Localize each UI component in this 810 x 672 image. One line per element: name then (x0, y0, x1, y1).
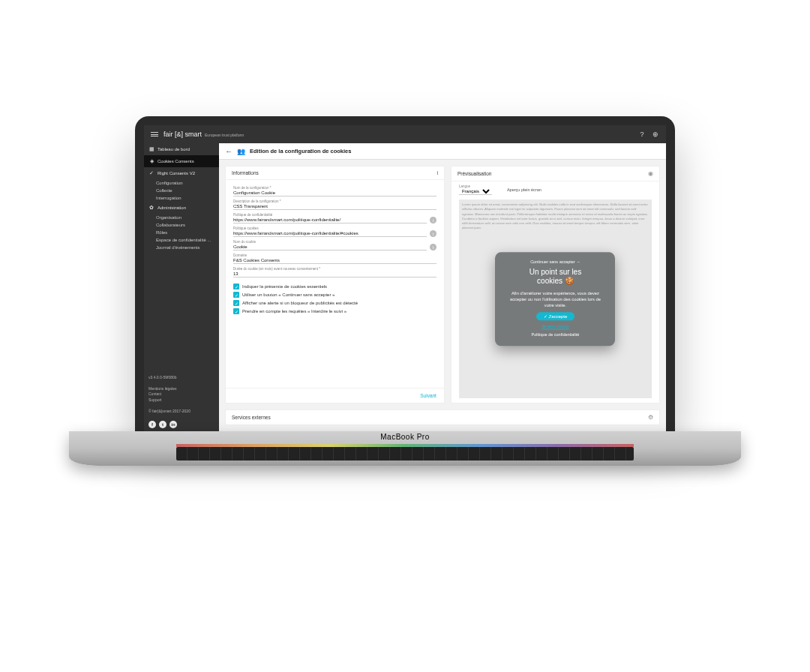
shield-icon: ◈ (148, 158, 154, 164)
sidebar-footer: v3.4.0.0-59f080b Mentions légales Contac… (144, 371, 219, 418)
cookie-icon: 🍪 (565, 277, 574, 285)
checkbox-icon: ✓ (233, 308, 239, 314)
cookie-modal-desc: Afin d'améliorer votre expérience, vous … (504, 290, 606, 308)
checkbox-icon: ✓ (233, 284, 239, 290)
cookie-policy-input[interactable] (233, 230, 427, 237)
check-essential[interactable]: ✓Indiquer la présence de cookies essenti… (233, 284, 436, 290)
language-select[interactable]: Français (459, 188, 492, 195)
domain-input[interactable] (233, 257, 436, 264)
people-icon: 👥 (237, 148, 245, 155)
page-header: ← 👥 Edition de la configuration de cooki… (219, 143, 666, 160)
info-icon[interactable]: i (430, 230, 436, 237)
page-title: Edition de la configuration de cookies (250, 148, 351, 154)
laptop-frame: fair [&] smart European trust platform ?… (135, 116, 675, 431)
gear-icon: ✿ (148, 205, 154, 211)
screen: fair [&] smart European trust platform ?… (144, 125, 666, 431)
field-duration: Durée du cookie (en mois) avant nouveau … (233, 267, 436, 278)
cookie-modal: Continuer sans accepter → Un point sur l… (495, 252, 615, 346)
sidebar-item-label: Cookies Consents (158, 159, 194, 164)
social-icons: f t in (144, 418, 219, 431)
sidebar-sub-collecte[interactable]: Collecte (144, 187, 219, 194)
main: ← 👥 Edition de la configuration de cooki… (219, 143, 666, 431)
sidebar-sub-journal[interactable]: Journal d'événements (144, 244, 219, 251)
check-adblock-alert[interactable]: ✓Afficher une alerte si un bloqueur de p… (233, 300, 436, 306)
info-icon[interactable]: i (430, 244, 436, 250)
cookie-name-input[interactable] (233, 244, 427, 250)
checkbox-icon: ✓ (233, 300, 239, 306)
sidebar-item-label: Administration (158, 206, 186, 210)
check-icon: ✓ (148, 170, 154, 176)
gear-icon[interactable]: ⚙ (648, 414, 653, 421)
checkbox-icon: ✓ (233, 292, 239, 298)
linkedin-icon[interactable]: in (170, 421, 177, 428)
language-select-wrap: Langue Français (459, 184, 492, 195)
sidebar: ▦ Tableau de bord ◈ Cookies Consents ✓ R… (144, 143, 219, 431)
sidebar-sub-confidentialite[interactable]: Espace de confidentialité ... (144, 236, 219, 244)
privacy-policy-input[interactable] (233, 217, 427, 224)
config-name-input[interactable] (233, 190, 436, 196)
field-config-name: Nom de la configuration * (233, 186, 436, 196)
help-icon[interactable]: ? (638, 130, 646, 139)
sidebar-item-label: Tableau de bord (158, 147, 190, 152)
info-icon[interactable]: i (430, 217, 436, 224)
next-button[interactable]: Suivant (420, 393, 436, 398)
version-label: v3.4.0.0-59f080b (148, 375, 214, 381)
brand-subtitle: European trust platform (205, 133, 244, 137)
accept-button[interactable]: ✓ J'accepte (536, 312, 575, 320)
footer-link-legal[interactable]: Mentions légales (148, 386, 214, 392)
field-domain: Domaine (233, 254, 436, 264)
sidebar-sub-roles[interactable]: Rôles (144, 229, 219, 236)
eye-icon[interactable]: ◉ (648, 170, 653, 177)
checkbox-group: ✓Indiquer la présence de cookies essenti… (233, 284, 436, 314)
footer-link-contact[interactable]: Contact (148, 392, 214, 398)
footer-link-support[interactable]: Support (148, 398, 214, 404)
topbar: fair [&] smart European trust platform ?… (144, 125, 666, 143)
preview-stage: Lorem ipsum dolor sit amet, consectetur … (459, 200, 652, 398)
sidebar-sub-configuration[interactable]: Configuration (144, 179, 219, 187)
field-cookie-name: Nom du cookie i (233, 240, 436, 250)
sidebar-sub-organisation[interactable]: Organisation (144, 214, 219, 221)
sidebar-item-label: Right Consents V2 (158, 171, 195, 176)
sidebar-sub-interrogation[interactable]: Interrogation (144, 194, 219, 202)
preview-panel: Prévisualisation ◉ Langue Français (451, 166, 660, 404)
device-label: MacBook Pro (380, 433, 430, 441)
sidebar-sub-collaborateurs[interactable]: Collaborateurs (144, 221, 219, 229)
back-icon[interactable]: ← (225, 147, 232, 155)
duration-input[interactable] (233, 271, 436, 278)
sidebar-item-administration[interactable]: ✿ Administration (144, 202, 219, 214)
field-cookie-policy: Politique cookies i (233, 226, 436, 237)
check-dnt[interactable]: ✓Prendre en compte les requêtes « Interd… (233, 308, 436, 314)
customize-link[interactable]: Je veux choisir (504, 324, 606, 328)
config-desc-input[interactable] (233, 203, 436, 210)
panel-title: Services externes (232, 415, 271, 420)
facebook-icon[interactable]: f (148, 421, 156, 428)
app-body: ▦ Tableau de bord ◈ Cookies Consents ✓ R… (144, 143, 666, 431)
sidebar-item-dashboard[interactable]: ▦ Tableau de bord (144, 143, 219, 155)
dashboard-icon: ▦ (148, 146, 154, 152)
fullscreen-link[interactable]: Aperçu plein écran (507, 188, 542, 192)
twitter-icon[interactable]: t (159, 421, 166, 428)
sidebar-item-cookies[interactable]: ◈ Cookies Consents (144, 155, 219, 167)
brand: fair [&] smart European trust platform (164, 130, 244, 138)
policy-link[interactable]: Politique de confidentialité (504, 332, 606, 337)
info-icon[interactable]: i (436, 170, 437, 176)
menu-icon[interactable] (150, 130, 159, 139)
globe-icon[interactable]: ⊕ (651, 130, 660, 139)
keyboard (176, 447, 634, 460)
field-config-desc: Description de la configuration * (233, 200, 436, 210)
field-privacy-policy: Politique de confidentialité i (233, 213, 436, 224)
informations-panel: Informations i Nom de la configuration *… (225, 166, 445, 404)
panel-title: Informations (232, 170, 259, 176)
external-services-panel[interactable]: Services externes ⚙ (225, 410, 660, 425)
copyright-label: © fair[&]smart 2017-2020 (148, 409, 214, 415)
skip-link[interactable]: Continuer sans accepter → (504, 260, 606, 264)
panel-title: Prévisualisation (458, 171, 492, 176)
cookie-modal-title: Un point sur les cookies 🍪 (504, 268, 606, 286)
brand-name: fair [&] smart (164, 130, 202, 138)
sidebar-item-right-consents[interactable]: ✓ Right Consents V2 (144, 167, 219, 179)
check-continue-button[interactable]: ✓Utiliser un bouton « Continuer sans acc… (233, 292, 436, 298)
